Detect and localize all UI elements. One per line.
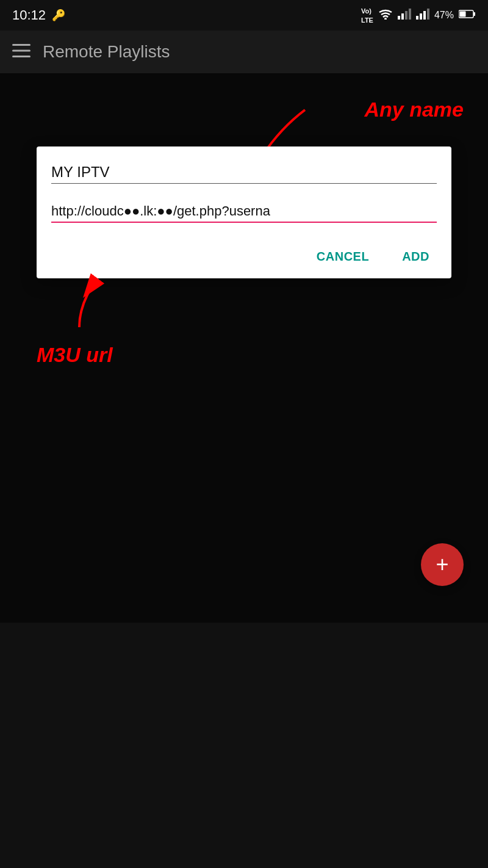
dialog: CANCEL ADD xyxy=(37,146,451,278)
annotation-any-name: Any name xyxy=(365,98,464,121)
signal-icon-2 xyxy=(416,9,429,22)
dialog-overlay: Any name xyxy=(0,73,488,623)
svg-rect-6 xyxy=(420,13,422,20)
url-field-container xyxy=(51,201,437,223)
signal-icon-1 xyxy=(398,9,411,22)
name-input[interactable] xyxy=(51,161,437,184)
svg-rect-4 xyxy=(409,9,411,20)
svg-rect-7 xyxy=(423,11,426,20)
fab-button[interactable]: + xyxy=(421,543,464,586)
app-bar: Remote Playlists xyxy=(0,31,488,73)
status-bar: 10:12 🔑 Vo) LTE xyxy=(0,0,488,31)
page-title: Remote Playlists xyxy=(43,42,170,62)
dialog-actions: CANCEL ADD xyxy=(51,240,437,269)
svg-rect-2 xyxy=(401,13,404,20)
svg-rect-14 xyxy=(12,56,30,57)
svg-rect-13 xyxy=(12,50,30,52)
name-field-container xyxy=(51,161,437,184)
svg-rect-3 xyxy=(405,11,407,20)
svg-rect-1 xyxy=(398,16,400,20)
url-input[interactable] xyxy=(51,201,437,223)
main-content: Any name xyxy=(0,73,488,623)
add-button[interactable]: ADD xyxy=(395,245,437,269)
key-icon: 🔑 xyxy=(52,9,65,22)
wifi-icon xyxy=(378,9,393,22)
fab-plus-icon: + xyxy=(436,552,448,577)
status-time: 10:12 xyxy=(12,7,46,23)
svg-rect-11 xyxy=(460,12,466,17)
status-left: 10:12 🔑 xyxy=(12,7,65,23)
status-right: Vo) LTE xyxy=(361,6,476,24)
svg-rect-5 xyxy=(416,16,418,20)
svg-rect-12 xyxy=(12,44,30,46)
svg-rect-8 xyxy=(427,9,429,20)
battery-percent: 47% xyxy=(434,10,454,21)
volte-icon: Vo) LTE xyxy=(361,6,373,24)
menu-icon[interactable] xyxy=(12,44,30,60)
svg-rect-10 xyxy=(473,12,475,16)
svg-point-0 xyxy=(384,18,387,20)
cancel-button[interactable]: CANCEL xyxy=(309,245,376,269)
annotation-m3u: M3U url xyxy=(37,343,113,367)
battery-icon xyxy=(459,9,476,21)
dialog-wrapper: Any name xyxy=(37,146,451,278)
